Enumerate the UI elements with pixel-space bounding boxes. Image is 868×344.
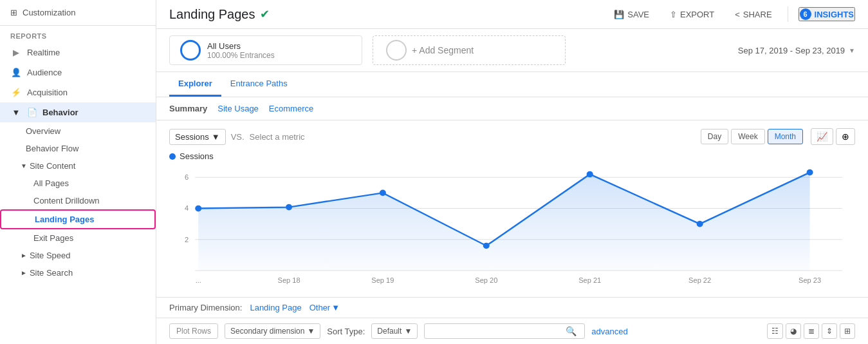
customization-label: Customization [23,8,75,17]
date-range-picker[interactable]: Sep 17, 2019 - Sep 23, 2019 ▼ [738,46,855,55]
segment-sub: 100.00% Entrances [207,51,275,60]
svg-text:4: 4 [185,205,189,213]
metric-label: Sessions [175,132,209,142]
sidebar-group-site-speed[interactable]: ► Site Speed [0,247,156,264]
metric-selector: Sessions ▼ VS. Select a metric [169,129,305,145]
sidebar-subitem-content-drilldown[interactable]: Content Drilldown [0,192,156,209]
main-content: Landing Pages ✔ 💾 SAVE ⇧ EXPORT < SHARE … [156,0,868,344]
realtime-label: Realtime [27,48,60,57]
pie-chart-btn[interactable]: ⊕ [836,128,855,145]
svg-text:Sep 21: Sep 21 [578,277,601,285]
primary-dim-label: Primary Dimension: [169,303,242,312]
save-icon: 💾 [614,10,624,19]
sidebar-group-site-content[interactable]: ▼ Site Content [0,157,156,175]
sidebar-subitem-behavior-flow[interactable]: Behavior Flow [0,140,156,157]
sidebar-subitem-landing-pages[interactable]: Landing Pages [0,209,156,229]
advanced-link[interactable]: advanced [591,327,627,336]
realtime-icon: ▶ [10,48,22,57]
time-buttons: Day Week Month [701,129,803,144]
add-segment-button[interactable]: + Add Segment [373,35,566,65]
date-range-label: Sep 17, 2019 - Sep 23, 2019 [738,46,845,55]
acquisition-icon: ⚡ [10,88,22,97]
data-point-sep18[interactable] [286,204,292,211]
acquisition-label: Acquisition [27,88,68,97]
data-point-sep21[interactable] [587,171,593,178]
page-title-text: Landing Pages [169,7,255,22]
save-button[interactable]: 💾 SAVE [609,7,654,22]
site-search-arrow-icon: ► [21,269,27,276]
subtab-summary[interactable]: Summary [169,102,207,115]
sidebar-item-audience[interactable]: 👤 Audience [0,62,156,82]
list-view-icon[interactable]: ≣ [804,323,819,339]
tab-entrance-paths[interactable]: Entrance Paths [221,72,297,97]
sort-chevron: ▼ [404,327,412,336]
metric-dropdown[interactable]: Sessions ▼ [169,129,226,145]
data-point-sep22[interactable] [697,221,703,227]
export-button[interactable]: ⇧ EXPORT [665,7,719,22]
subtab-ecommerce[interactable]: Ecommerce [269,102,313,115]
grid-view-icon[interactable]: ☷ [767,323,783,339]
data-point-sep20[interactable] [483,243,490,249]
svg-text:Sep 18: Sep 18 [278,277,300,285]
chart-type-buttons: 📈 ⊕ [811,128,855,145]
behavior-arrow-icon: ▼ [10,108,22,117]
save-label: SAVE [627,10,649,19]
chart-area: Sessions ▼ VS. Select a metric Day Week … [156,120,868,297]
date-range-chevron: ▼ [849,47,855,54]
sidebar-group-site-search[interactable]: ► Site Search [0,264,156,282]
search-input[interactable] [430,327,563,336]
insights-badge: 6 [800,8,811,20]
export-label: EXPORT [680,10,714,19]
svg-text:Sep 19: Sep 19 [371,277,394,285]
primary-dim-value[interactable]: Landing Page [250,303,301,312]
time-btn-week[interactable]: Week [731,129,764,144]
top-header: Landing Pages ✔ 💾 SAVE ⇧ EXPORT < SHARE … [156,0,868,29]
svg-text:6: 6 [185,173,189,181]
metric-chevron: ▼ [212,132,220,142]
header-actions: 💾 SAVE ⇧ EXPORT < SHARE 6 INSIGHTS [609,6,855,22]
segment-circle [180,40,201,61]
data-point-sep17[interactable] [195,205,201,212]
sidebar-subitem-overview[interactable]: Overview [0,122,156,140]
chart-controls: Sessions ▼ VS. Select a metric Day Week … [169,128,855,145]
secondary-dimension-dropdown[interactable]: Secondary dimension ▼ [225,323,320,339]
add-segment-label: + Add Segment [412,45,474,55]
main-tabs-row: Explorer Entrance Paths [156,72,868,97]
search-button[interactable]: 🔍 [563,326,579,336]
site-search-label: Site Search [30,268,73,278]
plot-rows-button[interactable]: Plot Rows [169,323,218,339]
data-point-sep23[interactable] [807,169,813,176]
insights-button[interactable]: 6 INSIGHTS [799,7,855,21]
time-btn-day[interactable]: Day [701,129,728,144]
other-dimension-link[interactable]: Other ▼ [309,303,340,312]
chart-container: 6 4 2 ... Sep 18 Sep 19 Sep 20 Sep 21 Se… [169,165,855,289]
sidebar-subitem-all-pages[interactable]: All Pages [0,175,156,192]
pie-view-icon[interactable]: ◕ [786,323,801,339]
sidebar-item-acquisition[interactable]: ⚡ Acquisition [0,82,156,102]
other-label: Other [309,303,331,312]
data-point-sep19[interactable] [380,190,386,196]
table-controls-row: Plot Rows Secondary dimension ▼ Sort Typ… [156,318,868,344]
subtabs-row: Summary Site Usage Ecommerce [156,97,868,120]
customization-nav[interactable]: ⊞ Customization [0,0,156,26]
sidebar-item-behavior[interactable]: ▼ 📄 Behavior [0,102,156,122]
legend-dot [169,153,176,160]
segment-chip[interactable]: All Users 100.00% Entrances [169,35,362,65]
sort-default-label: Default [377,327,402,336]
sessions-chart: 6 4 2 ... Sep 18 Sep 19 Sep 20 Sep 21 Se… [169,165,855,289]
sidebar-item-realtime[interactable]: ▶ Realtime [0,43,156,62]
pivot-view-icon[interactable]: ⊞ [840,323,855,339]
sort-type-dropdown[interactable]: Default ▼ [371,323,418,339]
time-btn-month[interactable]: Month [768,129,803,144]
share-label: SHARE [743,10,772,19]
share-button[interactable]: < SHARE [730,7,777,22]
compare-view-icon[interactable]: ⇕ [822,323,837,339]
line-chart-btn[interactable]: 📈 [811,128,833,145]
primary-dimension-bar: Primary Dimension: Landing Page Other ▼ [156,297,868,318]
segment-name: All Users [207,41,275,51]
tab-explorer[interactable]: Explorer [169,72,221,97]
sidebar-subitem-exit-pages[interactable]: Exit Pages [0,229,156,247]
subtab-site-usage[interactable]: Site Usage [217,102,259,115]
header-divider [788,6,788,22]
svg-text:Sep 22: Sep 22 [688,277,711,285]
